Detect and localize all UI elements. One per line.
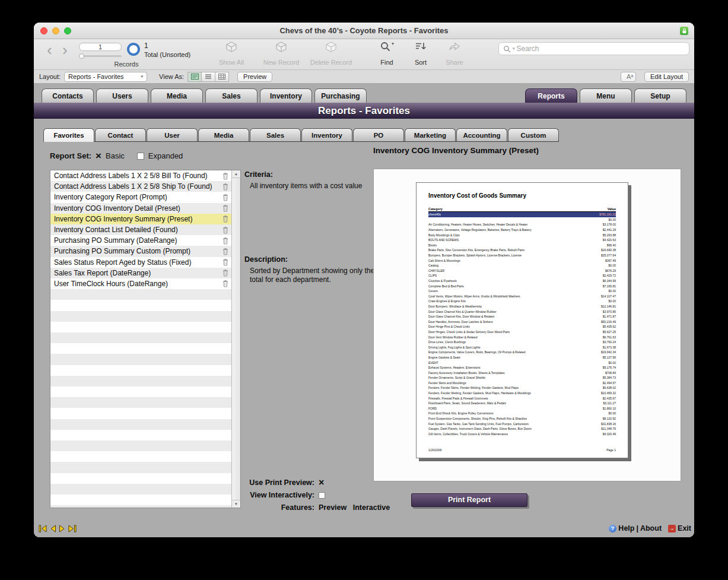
report-name: Contact Address Labels 1 X 2 5/8 Bill To… <box>54 172 208 180</box>
trash-icon[interactable] <box>222 258 228 266</box>
view-table-button[interactable] <box>215 72 229 82</box>
report-preview-row: Floorboard Parts, Seats, Sound Deadeners… <box>428 401 616 406</box>
report-category-tab[interactable]: Contact <box>95 128 146 141</box>
report-footer-page: Page 1 <box>606 448 616 452</box>
main-tab[interactable]: Users <box>96 88 148 103</box>
expanded-checkbox[interactable] <box>137 153 144 160</box>
trash-icon[interactable] <box>222 248 228 255</box>
report-preview-row: Factory Accessory Installation Books, Sh… <box>428 370 616 375</box>
footer-divider: | <box>636 524 638 533</box>
trash-icon[interactable] <box>222 215 228 223</box>
view-form-button[interactable] <box>187 72 202 82</box>
preview-mode-button[interactable]: Preview <box>237 72 272 82</box>
help-link[interactable]: Help <box>618 524 634 533</box>
next-record-button[interactable]: › <box>62 39 68 61</box>
report-list-item[interactable]: Inventory COG Inventory Summary (Preset) <box>50 214 231 224</box>
report-row-value: $6,344.99 <box>603 279 616 283</box>
main-tab[interactable]: Sales <box>205 88 257 103</box>
report-row-category: Front End Shock Kits, Engine Pulley Conv… <box>428 411 494 415</box>
record-slider-track[interactable] <box>79 55 122 57</box>
exit-link[interactable]: Exit <box>678 524 691 533</box>
report-category-tab[interactable]: Favorites <box>43 128 94 142</box>
search-scope-caret-icon[interactable]: ▾ <box>513 46 515 51</box>
show-all-button[interactable]: Show All <box>209 41 254 66</box>
main-tab[interactable]: Purchasing <box>314 88 367 103</box>
report-category-tab[interactable]: Marketing <box>405 128 456 141</box>
report-row-value: $31,838.16 <box>601 422 616 426</box>
list-view-icon <box>205 74 212 80</box>
previous-record-icon[interactable] <box>49 525 56 533</box>
main-tab[interactable]: Menu <box>580 88 632 103</box>
help-icon[interactable]: ? <box>609 525 616 533</box>
new-record-button[interactable]: New Record <box>259 41 304 66</box>
report-row-category: Body Mouldings & Clips <box>428 233 460 237</box>
report-category-tab[interactable]: Custom <box>508 128 559 141</box>
exit-icon[interactable]: → <box>668 525 676 533</box>
trash-icon[interactable] <box>222 194 228 201</box>
last-record-icon[interactable] <box>68 525 77 533</box>
next-record-icon[interactable] <box>59 525 66 533</box>
trash-icon[interactable] <box>222 237 228 245</box>
record-slider-thumb[interactable] <box>79 53 84 59</box>
report-list-item[interactable]: Purchasing PO Summary Custom (Prompt) <box>50 246 231 256</box>
basic-checkbox[interactable]: × <box>96 152 101 160</box>
report-category-tab[interactable]: User <box>147 128 198 141</box>
delete-record-label: Delete Record <box>309 59 354 66</box>
formatting-button[interactable]: Aᵃ <box>621 72 636 82</box>
report-category-tab[interactable]: Media <box>198 128 249 141</box>
main-tab[interactable]: Contacts <box>42 88 94 103</box>
report-list-item[interactable]: Sales Status Report Aged by Status (Fixe… <box>50 257 231 268</box>
share-button[interactable]: Share <box>432 41 477 66</box>
report-list-item[interactable]: Inventory COG Inventory Detail (Preset) <box>50 203 231 214</box>
report-list-item[interactable]: Contact Address Labels 1 X 2 5/8 Bill To… <box>50 170 231 181</box>
about-link[interactable]: About <box>640 524 662 533</box>
trash-icon[interactable] <box>222 204 228 212</box>
view-list-button[interactable] <box>201 72 215 82</box>
report-list-item[interactable]: Sales Tax Report (DateRange) <box>50 268 231 278</box>
trash-icon[interactable] <box>222 183 228 191</box>
trash-icon[interactable] <box>222 280 228 287</box>
main-tab[interactable]: Reports <box>525 88 577 103</box>
main-tab[interactable]: Media <box>151 88 203 103</box>
report-list-item[interactable]: User TimeClock Hours (DateRange) <box>50 278 231 289</box>
scroll-up-icon[interactable]: ▲ <box>232 170 240 178</box>
report-preview-row: Books $98.40 <box>428 243 616 248</box>
report-row-value: $9,176.74 <box>603 366 616 369</box>
report-category-tab[interactable]: PO <box>353 128 404 141</box>
first-record-icon[interactable] <box>39 525 47 533</box>
search-input[interactable] <box>517 45 685 53</box>
trash-icon[interactable] <box>222 172 228 180</box>
report-list-item[interactable]: Contact Address Labels 1 X 2 5/8 Ship To… <box>50 181 231 192</box>
layout-selector[interactable]: Reports - Favorites ▾ <box>64 72 147 82</box>
scroll-down-icon[interactable]: ▼ <box>232 500 240 508</box>
report-list-item[interactable]: Inventory Contact List Detailed (Found) <box>50 224 231 235</box>
use-print-preview-checkbox[interactable]: × <box>319 479 324 486</box>
found-count-pie-icon[interactable] <box>127 43 140 56</box>
main-tab[interactable]: Inventory <box>260 88 312 103</box>
view-interactively-row: View Interactively: <box>244 491 325 499</box>
find-menu-caret-icon[interactable]: ▾ <box>392 41 394 46</box>
previous-record-button[interactable]: ‹ <box>47 39 52 61</box>
report-list-item[interactable]: Purchasing PO Summary (DateRange) <box>50 235 231 246</box>
description-text: Sorted by Department showing only the to… <box>250 267 376 284</box>
report-row-category: Floorboard Parts, Seats, Sound Deadeners… <box>428 401 506 405</box>
report-category-tab[interactable]: Accounting <box>456 128 507 141</box>
share-icon <box>432 41 477 54</box>
edit-layout-button[interactable]: Edit Layout <box>644 72 689 82</box>
view-interactively-checkbox[interactable] <box>319 492 325 499</box>
report-category-tab[interactable]: Inventory <box>301 128 352 141</box>
search-field[interactable]: ▾ <box>498 42 689 55</box>
record-slider[interactable]: 1 <box>79 43 122 57</box>
view-as-segment <box>187 72 229 82</box>
show-all-icon <box>209 41 254 54</box>
main-tab[interactable]: Setup <box>634 88 686 103</box>
delete-record-button[interactable]: Delete Record <box>309 41 354 66</box>
trash-icon[interactable] <box>222 269 228 277</box>
report-category-tab[interactable]: Sales <box>250 128 301 141</box>
report-preview-row: Catalog $0.00 <box>428 263 616 268</box>
report-row-value: $781,161.21 <box>599 213 616 216</box>
trash-icon[interactable] <box>222 226 228 234</box>
print-report-button[interactable]: Print Report <box>411 493 527 507</box>
report-list-item[interactable]: Inventory Category Report (Prompt) <box>50 192 231 202</box>
list-scrollbar[interactable]: ▲ ▼ <box>231 170 240 508</box>
